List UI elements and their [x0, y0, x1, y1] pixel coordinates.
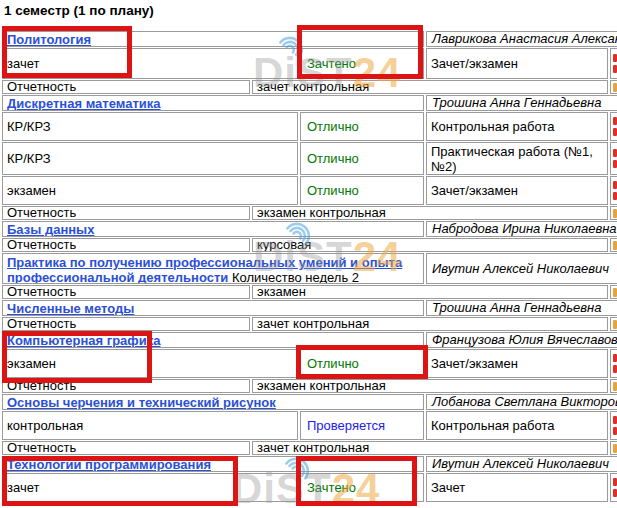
report-value-cell: зачет контрольная	[252, 441, 608, 455]
subject-row: Численные методыТрошина Анна Геннадьевна	[2, 300, 617, 316]
report-value: курсовая	[257, 239, 311, 251]
teacher-cell: Ивутин Алексей Николаевич	[426, 456, 617, 472]
report-label-cell: Отчетность	[2, 379, 250, 393]
work-type-label: Практическая работа (№1, №2)	[431, 144, 607, 174]
report-label: Отчетность	[7, 81, 76, 93]
mark-cell: Отлично	[300, 176, 424, 205]
work-type-label: Контрольная работа	[431, 119, 554, 134]
subject-block: Численные методыТрошина Анна Геннадьевна…	[2, 300, 617, 331]
clipped-red-text-fragment	[613, 128, 617, 136]
subject-block: Основы черчения и технический рисунокЛоб…	[2, 394, 617, 455]
mark-value: Зачтено	[307, 56, 356, 71]
subject-cell: Компьютерная графика	[2, 332, 424, 348]
clipped-red-text-fragment	[613, 181, 617, 189]
report-label-cell: Отчетность	[2, 285, 250, 299]
control-point-label: зачет	[7, 480, 39, 495]
clipped-date-cell	[610, 48, 617, 79]
report-row: Отчетностьзачет контрольная	[2, 317, 617, 331]
mark-value: Отлично	[307, 356, 359, 371]
subject-link[interactable]: Численные методы	[7, 301, 134, 316]
clipped-orange-text-fragment	[613, 288, 617, 297]
teacher-cell: Ивутин Алексей Николаевич	[426, 253, 617, 284]
report-row: Отчетностьэкзамен	[2, 285, 617, 299]
subject-link[interactable]: Базы данных	[7, 222, 94, 237]
mark-cell: Отлично	[300, 112, 424, 141]
work-type-cell: Контрольная работа	[426, 112, 608, 141]
teacher-cell: Набродова Ирина Николаевна	[426, 221, 617, 237]
subject-row: ПолитологияЛаврикова Анастасия Александр…	[2, 31, 617, 47]
mark-value: Проверяется	[307, 418, 385, 433]
subject-block: Компьютерная графикаФранцузова Юлия Вяче…	[2, 332, 617, 393]
work-type-label: Зачет/экзамен	[431, 183, 518, 198]
subject-cell: Технологии программирования	[2, 456, 424, 472]
report-label: Отчетность	[7, 380, 76, 392]
report-value-cell: зачет контрольная	[252, 317, 608, 331]
report-value: экзамен контрольная	[257, 207, 386, 219]
control-point-cell: экзамен	[2, 176, 298, 205]
clipped-date-cell	[610, 238, 617, 252]
subject-row: Технологии программированияИвутин Алексе…	[2, 456, 617, 472]
subject-row: Базы данныхНабродова Ирина Николаевна	[2, 221, 617, 237]
clipped-orange-text-fragment	[613, 209, 617, 218]
subject-extra-text: Количество недель 2	[232, 270, 359, 284]
clipped-date-cell	[610, 379, 617, 393]
teacher-name: Лобанова Светлана Викторовна	[431, 395, 617, 409]
teacher-name: Лаврикова Анастасия Александровна	[431, 32, 617, 46]
work-type-label: Зачет/экзамен	[431, 56, 518, 71]
subject-link[interactable]: Технологии программирования	[7, 457, 211, 472]
clipped-date-cell	[610, 80, 617, 94]
clipped-date-cell	[610, 176, 617, 205]
clipped-orange-text-fragment	[613, 444, 617, 453]
subject-link[interactable]: Политология	[7, 32, 91, 47]
report-value-cell: зачет контрольная	[252, 80, 608, 94]
subject-cell: Основы черчения и технический рисунок	[2, 394, 424, 410]
clipped-red-text-fragment	[613, 65, 617, 73]
clipped-orange-text-fragment	[613, 382, 617, 391]
mark-cell: Проверяется	[300, 411, 424, 440]
teacher-name: Трошина Анна Геннадьевна	[431, 301, 602, 315]
mark-value: Зачтено	[307, 480, 356, 495]
subject-link[interactable]: Компьютерная графика	[7, 333, 160, 348]
report-label: Отчетность	[7, 286, 76, 298]
clipped-date-cell	[610, 441, 617, 455]
report-label: Отчетность	[7, 207, 76, 219]
grade-row: зачетЗачтеноЗачет/экзамен	[2, 48, 617, 79]
teacher-cell: Трошина Анна Геннадьевна	[426, 95, 617, 111]
teacher-name: Набродова Ирина Николаевна	[431, 222, 617, 236]
report-label: Отчетность	[7, 442, 76, 454]
report-value-cell: экзамен	[252, 285, 608, 299]
teacher-name: Ивутин Алексей Николаевич	[431, 261, 609, 276]
journal: ПолитологияЛаврикова Анастасия Александр…	[2, 30, 617, 502]
control-point-label: контрольная	[7, 418, 83, 433]
semester-heading: 1 семестр (1 по плану)	[4, 3, 154, 18]
clipped-red-text-fragment	[613, 365, 617, 373]
report-value-cell: экзамен контрольная	[252, 379, 608, 393]
work-type-cell: Зачет	[426, 473, 608, 502]
subject-block: Базы данныхНабродова Ирина НиколаевнаОтч…	[2, 221, 617, 252]
work-type-label: Контрольная работа	[431, 418, 554, 433]
clipped-date-cell	[610, 206, 617, 220]
report-label-cell: Отчетность	[2, 441, 250, 455]
subject-row: Компьютерная графикаФранцузова Юлия Вяче…	[2, 332, 617, 348]
mark-cell: Отлично	[300, 142, 424, 175]
clipped-date-cell	[610, 473, 617, 502]
clipped-red-text-fragment	[613, 54, 617, 62]
work-type-cell: Контрольная работа	[426, 411, 608, 440]
subject-link[interactable]: Дискретная математика	[7, 96, 161, 111]
work-type-cell: Зачет/экзамен	[426, 48, 608, 79]
subject-cell: Базы данных	[2, 221, 424, 237]
clipped-red-text-fragment	[613, 427, 617, 435]
report-value: экзамен	[257, 286, 306, 298]
teacher-cell: Лобанова Светлана Викторовна	[426, 394, 617, 410]
teacher-cell: Лаврикова Анастасия Александровна	[426, 31, 617, 47]
subject-block: Дискретная математикаТрошина Анна Геннад…	[2, 95, 617, 220]
subject-link[interactable]: Основы черчения и технический рисунок	[7, 395, 276, 410]
work-type-cell: Зачет/экзамен	[426, 349, 608, 378]
clipped-red-text-fragment	[613, 117, 617, 125]
report-row: Отчетностьэкзамен контрольная	[2, 379, 617, 393]
report-value-cell: курсовая	[252, 238, 608, 252]
subject-cell: Политология	[2, 31, 424, 47]
control-point-label: экзамен	[7, 356, 56, 371]
subject-cell: Численные методы	[2, 300, 424, 316]
mark-value: Отлично	[307, 119, 359, 134]
